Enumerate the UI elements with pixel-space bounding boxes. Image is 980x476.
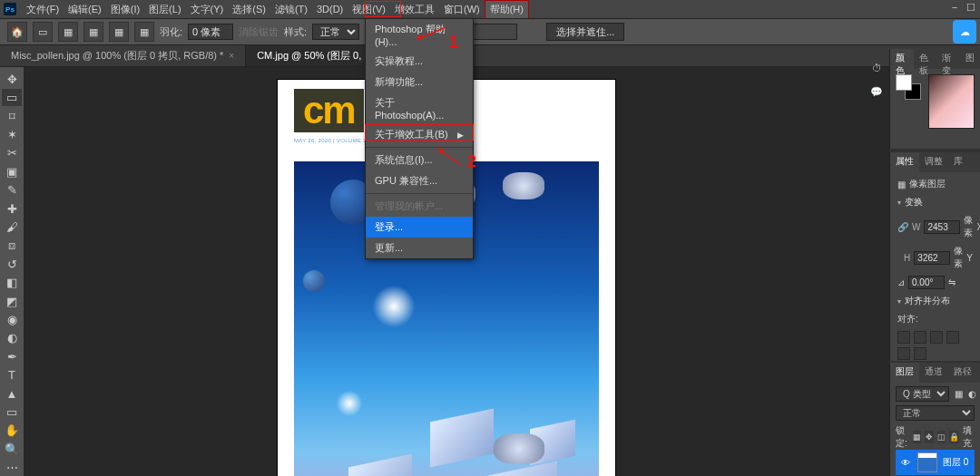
tool-preset-icon[interactable]: ▭ (33, 22, 53, 42)
lasso-tool-icon[interactable]: ⌑ (2, 108, 22, 124)
height-input[interactable] (914, 251, 950, 265)
tab-layers[interactable]: 图层 (890, 363, 919, 383)
filter-adjust-icon[interactable]: ◐ (968, 389, 976, 399)
hand-tool-icon[interactable]: ✋ (2, 423, 22, 439)
layer-row[interactable]: 👁 图层 0 (896, 450, 975, 475)
menu-item-whatsnew[interactable]: 新增功能... (366, 72, 473, 92)
path-select-tool-icon[interactable]: ▲ (2, 385, 22, 402)
menu-help[interactable]: 帮助(H) (485, 0, 529, 18)
cloud-sync-icon[interactable]: ☁ (953, 20, 976, 44)
tab-swatches[interactable]: 色板 (914, 49, 937, 69)
menu-layer[interactable]: 图层(L) (144, 1, 185, 18)
align-bottom-icon[interactable] (914, 347, 926, 360)
menu-item-about-plugins[interactable]: 关于增效工具(B)▶ (366, 124, 473, 145)
flip-h-icon[interactable]: ⇋ (948, 277, 956, 287)
crop-tool-icon[interactable]: ✂ (2, 145, 22, 161)
menu-item-tutorials[interactable]: 实操教程... (366, 51, 473, 72)
link-icon[interactable]: 🔗 (897, 222, 908, 232)
align-top-icon[interactable] (946, 331, 959, 344)
marquee-int-icon[interactable]: ▦ (134, 22, 154, 42)
tab-properties[interactable]: 属性 (890, 152, 919, 172)
tab-channels[interactable]: 通道 (919, 363, 948, 383)
menu-plugins[interactable]: 增效工具 (390, 1, 439, 18)
menu-type[interactable]: 文字(Y) (186, 1, 229, 18)
transform-section-header[interactable]: 变换 (897, 196, 973, 209)
style-select[interactable]: 正常 (312, 24, 359, 40)
filter-pixel-icon[interactable]: ▦ (955, 389, 963, 399)
marquee-tool-icon[interactable]: ▭ (2, 89, 22, 105)
marquee-add-icon[interactable]: ▦ (83, 22, 103, 42)
menu-item-about-ps[interactable]: 关于 Photoshop(A)... (366, 92, 473, 124)
move-tool-icon[interactable]: ✥ (2, 71, 22, 87)
align-vcenter-icon[interactable] (897, 347, 910, 360)
tab-adjustments[interactable]: 调整 (919, 152, 948, 172)
menu-edit[interactable]: 编辑(E) (64, 1, 106, 18)
stamp-tool-icon[interactable]: ⧈ (2, 238, 22, 254)
dodge-tool-icon[interactable]: ◐ (2, 330, 22, 346)
menu-filter[interactable]: 滤镜(T) (270, 1, 312, 18)
menu-item-gpu[interactable]: GPU 兼容性... (366, 170, 473, 191)
visibility-icon[interactable]: 👁 (899, 458, 912, 468)
document-tab-bar: Misc_pollen.jpg @ 100% (图层 0 拷贝, RGB/8) … (0, 45, 980, 67)
pen-tool-icon[interactable]: ✒ (2, 348, 22, 364)
document-tab[interactable]: Misc_pollen.jpg @ 100% (图层 0 拷贝, RGB/8) … (0, 45, 246, 66)
menu-window[interactable]: 窗口(W) (439, 1, 485, 18)
fg-bg-swatch[interactable] (896, 74, 921, 100)
menu-file[interactable]: 文件(F) (22, 1, 64, 18)
tab-paths[interactable]: 路径 (948, 363, 977, 383)
home-icon[interactable]: 🏠 (7, 22, 27, 42)
align-hcenter-icon[interactable] (914, 331, 926, 344)
shape-tool-icon[interactable]: ▭ (2, 403, 22, 420)
lock-artboard-icon[interactable]: ◫ (937, 431, 946, 443)
menu-3d[interactable]: 3D(D) (312, 2, 348, 16)
lock-pixels-icon[interactable]: ▦ (913, 431, 921, 443)
cube-shape (348, 454, 412, 476)
edit-toolbar-icon[interactable]: ⋯ (2, 460, 22, 476)
brush-tool-icon[interactable]: 🖌 (2, 219, 22, 235)
align-section-header[interactable]: 对齐并分布 (897, 295, 973, 307)
type-tool-icon[interactable]: T (2, 367, 22, 384)
blur-tool-icon[interactable]: ◉ (2, 311, 22, 327)
lock-all-icon[interactable]: 🔒 (949, 431, 959, 443)
minimize-icon[interactable]: − (949, 2, 960, 13)
menu-item-signin[interactable]: 登录... (366, 217, 473, 238)
layer-name[interactable]: 图层 0 (943, 456, 968, 469)
lock-position-icon[interactable]: ✥ (925, 431, 933, 443)
angle-input[interactable] (908, 276, 945, 289)
comments-panel-icon[interactable]: 💬 (868, 83, 885, 100)
select-and-mask-button[interactable]: 选择并遮住... (546, 23, 624, 41)
history-brush-tool-icon[interactable]: ↺ (2, 256, 22, 272)
tab-color[interactable]: 颜色 (890, 49, 914, 69)
gradient-tool-icon[interactable]: ◩ (2, 293, 22, 309)
menu-item-updates[interactable]: 更新... (366, 238, 473, 258)
layer-filter-select[interactable]: Q 类型 (896, 386, 949, 402)
quick-select-tool-icon[interactable]: ✶ (2, 126, 22, 142)
restore-icon[interactable]: ☐ (965, 2, 976, 13)
align-left-icon[interactable] (897, 331, 910, 344)
eraser-tool-icon[interactable]: ◧ (2, 274, 22, 290)
layer-thumbnail[interactable] (917, 452, 937, 472)
app-logo: Ps (4, 3, 16, 15)
unit-label: 像素 (964, 214, 973, 239)
eyedropper-tool-icon[interactable]: ✎ (2, 181, 22, 198)
marquee-new-icon[interactable]: ▦ (58, 22, 78, 42)
foreground-color-swatch[interactable] (896, 74, 912, 91)
menu-image[interactable]: 图像(I) (106, 1, 144, 18)
blend-mode-select[interactable]: 正常 (896, 405, 975, 421)
color-picker-field[interactable] (928, 74, 975, 129)
width-input[interactable] (924, 220, 960, 234)
menu-view[interactable]: 视图(V) (348, 1, 390, 18)
marquee-sub-icon[interactable]: ▦ (109, 22, 129, 42)
tab-patterns[interactable]: 图 (960, 49, 980, 69)
history-panel-icon[interactable]: ⏱ (868, 60, 885, 76)
frame-tool-icon[interactable]: ▣ (2, 163, 22, 180)
feather-input[interactable] (188, 24, 233, 40)
align-right-icon[interactable] (930, 331, 943, 344)
menu-select[interactable]: 选择(S) (228, 1, 270, 18)
tab-gradients[interactable]: 渐变 (936, 49, 960, 69)
healing-tool-icon[interactable]: ✚ (2, 200, 22, 217)
menu-item-sysinfo[interactable]: 系统信息(I)... (366, 150, 473, 170)
tab-libraries[interactable]: 库 (948, 152, 968, 172)
close-icon[interactable]: × (229, 51, 234, 61)
zoom-tool-icon[interactable]: 🔍 (2, 441, 22, 457)
